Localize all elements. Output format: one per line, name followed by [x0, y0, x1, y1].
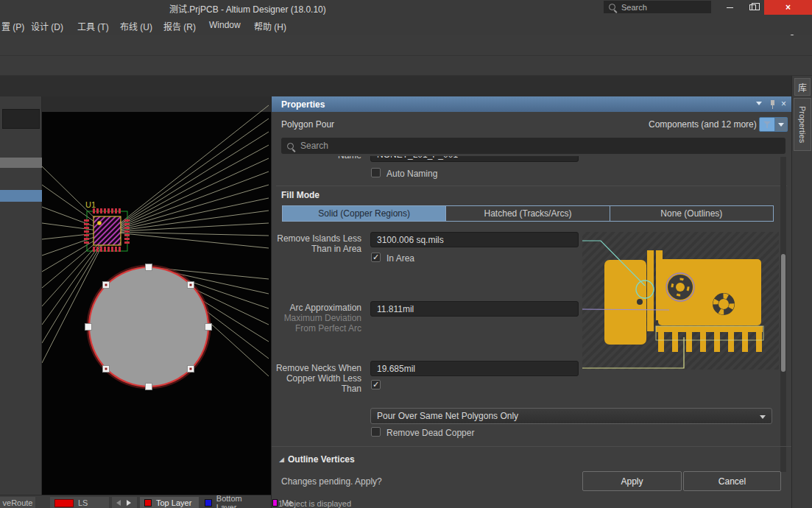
layer-tab-bottom[interactable]: Bottom Layer [200, 497, 268, 508]
name-label: Name [316, 156, 361, 160]
pin1-marker [97, 221, 102, 225]
remove-necks-label: Remove Necks When Copper Width Less Than [272, 363, 361, 394]
menu-place[interactable]: 置 (P) [1, 20, 24, 32]
window-title: 测试.PrjPCB - Altium Designer (18.0.10) [169, 2, 326, 15]
apply-button[interactable]: Apply [582, 471, 682, 491]
search-placeholder: Search [300, 141, 328, 151]
layer-color-top [144, 499, 152, 507]
pour-over-dropdown[interactable]: Pour Over Same Net Polygons Only [370, 408, 772, 424]
outline-vertices-section-label[interactable]: Outline Vertices [288, 454, 355, 465]
object-filter-button[interactable] [759, 117, 775, 132]
auto-naming-label: Auto Naming [386, 169, 437, 179]
arc-approximation-input[interactable]: 11.811mil [370, 301, 579, 317]
close-button[interactable]: × [764, 0, 812, 15]
fill-mode-none-tab[interactable]: None (Outlines) [610, 206, 773, 221]
scroll-right-icon[interactable] [127, 500, 131, 506]
layer-tab-top[interactable]: Top Layer [140, 497, 199, 508]
component-body [93, 216, 121, 245]
fill-mode-hatched-tab[interactable]: Hatched (Tracks/Arcs) [446, 206, 610, 221]
title-bar: 测试.PrjPCB - Altium Designer (18.0.10) Se… [0, 0, 812, 15]
menu-route[interactable]: 布线 (U) [120, 20, 152, 32]
layer-set-color-swatch [54, 499, 74, 507]
remove-islands-input[interactable]: 3100.006 sq.mils [370, 232, 579, 247]
cancel-button[interactable]: Cancel [683, 471, 781, 491]
search-icon [287, 143, 294, 149]
funnel-icon [763, 120, 771, 128]
menu-help[interactable]: 帮助 (H) [254, 20, 286, 32]
in-area-label: In Area [386, 253, 414, 264]
caret-down-icon [760, 415, 766, 419]
auto-naming-checkbox[interactable] [371, 168, 381, 177]
right-dock-strip: 库 Properties [791, 76, 812, 508]
remove-necks-input[interactable]: 19.685mil [370, 361, 579, 376]
left-dock-panel [0, 96, 42, 495]
properties-vertical-tab[interactable]: Properties [794, 98, 811, 151]
minimize-icon [727, 7, 733, 8]
menu-tools[interactable]: 工具 (T) [77, 20, 109, 32]
layer-color-bottom [205, 499, 212, 507]
search-icon [609, 4, 615, 10]
activeroute-panel-tab[interactable]: veRoute [0, 497, 35, 508]
library-panel-button[interactable]: 库 [794, 78, 811, 96]
layer-tab-mechanical[interactable]: Me [268, 497, 297, 508]
object-filter-caret[interactable] [775, 117, 788, 132]
filter-toolbar: ⇄ (All) × [0, 56, 812, 76]
bottom-layer-bar: veRoute LS Top Layer Bottom Layer Me [0, 495, 271, 508]
component-designator-label: U1 [85, 200, 96, 209]
pcb-graphics: U1 [42, 96, 271, 495]
panel-scrollbar[interactable] [780, 157, 786, 472]
layer-scroll-arrows[interactable] [112, 497, 137, 508]
restore-button[interactable] [741, 0, 764, 15]
layer-color-mechanical [272, 499, 278, 507]
menu-design[interactable]: 设计 (D) [31, 20, 63, 32]
properties-search-input[interactable]: Search [281, 138, 785, 154]
preview-graphics [582, 232, 779, 370]
in-area-checkbox[interactable]: ✓ [371, 253, 381, 262]
caret-down-icon [778, 123, 784, 127]
filter-scope-label: Components (and 12 more) [649, 119, 756, 130]
fill-mode-solid-tab[interactable]: Solid (Copper Regions) [283, 206, 446, 221]
restore-icon [749, 4, 756, 10]
pcb-canvas[interactable]: U1 [42, 96, 271, 495]
fill-mode-preview [582, 232, 779, 370]
panel-close-icon[interactable]: × [781, 100, 786, 107]
properties-panel: Properties × Polygon Pour Components (an… [271, 96, 791, 508]
properties-panel-header[interactable]: Properties [272, 96, 792, 112]
name-input[interactable]: NONET_L01_P_001 [370, 156, 579, 162]
menu-window[interactable]: Window [209, 20, 241, 30]
panel-menu-caret-icon[interactable] [756, 102, 762, 105]
changes-pending-label: Changes pending. Apply? [281, 476, 382, 487]
main-toolbar: + × ↶ ↷ Altium Standard 2D A [0, 35, 812, 56]
minimize-button[interactable] [718, 0, 741, 15]
remove-dead-copper-checkbox[interactable] [371, 427, 381, 437]
scroll-left-icon[interactable] [116, 500, 121, 506]
remove-dead-copper-label: Remove Dead Copper [386, 428, 474, 438]
fill-mode-section-label: Fill Mode [281, 190, 319, 200]
left-panel-field[interactable] [2, 109, 40, 129]
remove-necks-checkbox[interactable]: ✓ [371, 380, 381, 389]
panel-title: Properties [281, 99, 325, 110]
left-panel-row-selected[interactable] [0, 190, 42, 202]
menu-reports[interactable]: 报告 (R) [163, 20, 196, 32]
object-type-label: Polygon Pour [281, 119, 334, 130]
menu-bar: 置 (P) 设计 (D) 工具 (T) 布线 (U) 报告 (R) Window… [0, 15, 812, 35]
arc-approximation-label: Arc Approximation Maximum Deviation From… [272, 303, 361, 334]
left-panel-row[interactable] [0, 158, 42, 168]
global-search-input[interactable]: Search [604, 1, 711, 13]
scrollbar-thumb[interactable] [781, 254, 785, 372]
layer-set-chip[interactable]: LS [50, 497, 109, 508]
search-placeholder: Search [621, 3, 647, 12]
remove-islands-label: Remove Islands Less Than in Area [272, 233, 361, 254]
close-icon: × [785, 2, 791, 13]
fill-mode-tabs: Solid (Copper Regions) Hatched (Tracks/A… [282, 205, 774, 222]
document-tab-strip: × 测试.SchDoc * 测试.PcbDoc * [0, 76, 812, 96]
section-collapse-icon[interactable]: ◢ [279, 456, 284, 463]
name-row-clipped: Name NONET_L01_P_001 [272, 156, 780, 163]
altium-designer-window: 测试.PrjPCB - Altium Designer (18.0.10) Se… [0, 0, 812, 508]
component-u1[interactable]: U1 [84, 200, 130, 252]
